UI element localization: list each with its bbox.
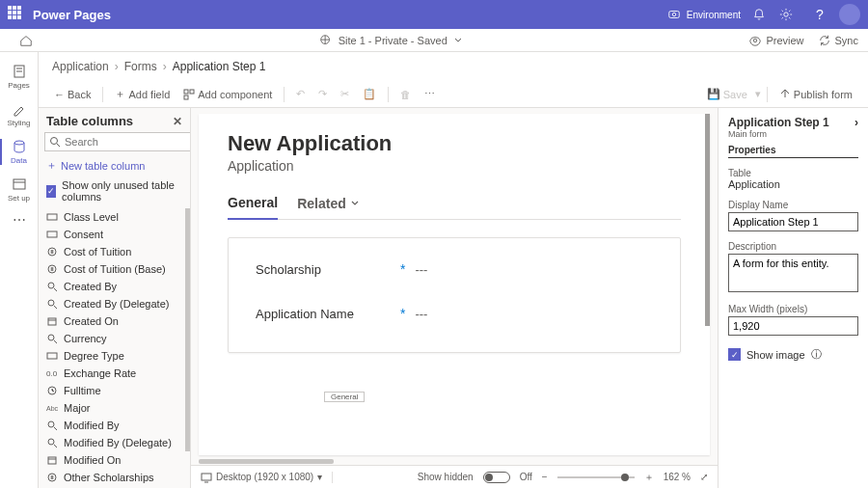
show-hidden-label: Show hidden (418, 472, 474, 482)
svg-rect-10 (47, 214, 57, 220)
svg-rect-6 (14, 179, 25, 189)
properties-panel: Application Step 1 › Main form Propertie… (718, 108, 868, 488)
add-field-button[interactable]: ＋ Add field (109, 85, 176, 103)
general-chip[interactable]: General (324, 392, 365, 402)
site-name[interactable]: Site 1 - Private - Saved (339, 35, 448, 46)
waffle-icon[interactable] (8, 6, 25, 23)
rail-more-icon[interactable]: ⋯ (13, 212, 26, 228)
panel-title: Table columns (46, 114, 133, 128)
column-item[interactable]: Modified On (39, 451, 190, 469)
column-item[interactable]: Created By (39, 278, 190, 295)
bell-icon[interactable] (752, 8, 779, 21)
svg-rect-7 (184, 90, 188, 94)
column-item[interactable]: Cost of Tuition (39, 243, 190, 260)
cut-button[interactable]: ✂ (335, 86, 355, 102)
props-title: Application Step 1 (728, 116, 829, 129)
site-icon (319, 34, 333, 47)
column-item[interactable]: Cost of Tuition (Base) (39, 260, 190, 278)
unused-checkbox[interactable]: ✓Show only unused table columns (39, 176, 190, 208)
chevron-down-icon[interactable] (453, 36, 463, 45)
rail-item-data[interactable]: Data (0, 133, 39, 171)
svg-rect-24 (48, 457, 56, 464)
form-canvas[interactable]: New Application Application General Rela… (199, 114, 710, 455)
toggle-state: Off (520, 472, 532, 482)
svg-rect-18 (47, 353, 57, 359)
zoom-out-button[interactable]: − (542, 472, 548, 482)
show-hidden-toggle[interactable] (483, 472, 510, 483)
save-button[interactable]: 💾 Save (701, 86, 753, 102)
back-button[interactable]: ← Back (48, 87, 96, 102)
rail-item-setup[interactable]: Set up (0, 171, 39, 208)
paste-button[interactable]: 📋 (357, 86, 382, 102)
column-item[interactable]: Modified By (Delegate) (39, 434, 190, 451)
zoom-slider[interactable] (557, 476, 635, 478)
preview-button[interactable]: Preview (748, 34, 803, 47)
column-item[interactable]: Degree Type (39, 347, 190, 365)
redo-button[interactable]: ↷ (312, 86, 333, 102)
svg-text:Abc: Abc (46, 405, 58, 412)
table-columns-panel: Table columns ✕ ▾ ＋ New table column ✓Sh… (39, 108, 191, 488)
undo-button[interactable]: ↶ (290, 86, 311, 102)
column-item[interactable]: Currency (39, 330, 190, 347)
description-input[interactable]: A form for this entity. (728, 254, 858, 292)
show-image-checkbox[interactable]: ✓Show image ⓘ (728, 347, 858, 362)
form-canvas-area: New Application Application General Rela… (191, 108, 718, 488)
device-selector[interactable]: Desktop (1920 x 1080) ▾ (201, 472, 333, 483)
delete-button[interactable]: 🗑 (394, 87, 417, 102)
table-value: Application (728, 178, 858, 190)
description-label: Description (728, 241, 858, 252)
column-item[interactable]: Modified By (39, 417, 190, 434)
left-rail: Pages Styling Data Set up ⋯ (0, 52, 39, 488)
breadcrumb-app[interactable]: Application (52, 60, 109, 73)
max-width-input[interactable] (728, 316, 858, 336)
close-icon[interactable]: ✕ (173, 115, 182, 128)
column-item[interactable]: Class Level (39, 208, 190, 226)
svg-rect-16 (48, 318, 56, 325)
tab-related[interactable]: Related (297, 195, 360, 219)
top-bar: Power Pages Environment ? (0, 0, 868, 29)
display-name-input[interactable] (728, 212, 858, 231)
sync-button[interactable]: Sync (818, 34, 858, 47)
environment-picker[interactable]: Environment (667, 8, 741, 21)
column-item[interactable]: Created By (Delegate) (39, 295, 190, 312)
new-column-button[interactable]: ＋ New table column (39, 155, 190, 176)
info-icon[interactable]: ⓘ (811, 347, 822, 362)
help-icon[interactable]: ? (806, 7, 833, 22)
svg-text:0.0: 0.0 (46, 369, 58, 378)
home-icon[interactable] (19, 34, 33, 47)
add-component-button[interactable]: Add component (177, 87, 278, 102)
form-field[interactable]: Scholarship*--- (256, 261, 653, 277)
tab-general[interactable]: General (228, 195, 278, 220)
table-label: Table (728, 168, 858, 178)
avatar[interactable] (839, 4, 860, 25)
column-item[interactable]: AbcMajor (39, 399, 190, 417)
breadcrumb: Application › Forms › Application Step 1 (39, 52, 868, 81)
column-item[interactable]: Fulltime (39, 382, 190, 399)
svg-rect-9 (184, 95, 188, 99)
form-field[interactable]: Application Name*--- (256, 306, 653, 321)
brand: Power Pages (33, 8, 111, 22)
gear-icon[interactable] (779, 8, 806, 21)
props-section: Properties (728, 145, 858, 158)
search-input[interactable] (44, 132, 191, 151)
chevron-right-icon[interactable]: › (854, 116, 858, 129)
rail-item-styling[interactable]: Styling (0, 95, 39, 133)
column-item[interactable]: 0.0Exchange Rate (39, 365, 190, 382)
more-button[interactable]: ⋯ (419, 86, 441, 102)
column-item[interactable]: Other Scholarships (39, 469, 190, 486)
column-item[interactable]: Consent (39, 226, 190, 243)
svg-point-5 (14, 141, 24, 145)
breadcrumb-forms[interactable]: Forms (124, 60, 157, 73)
publish-button[interactable]: Publish form (773, 87, 858, 102)
zoom-in-button[interactable]: ＋ (644, 471, 654, 484)
svg-point-23 (48, 439, 54, 445)
column-item[interactable]: Created On (39, 312, 190, 330)
svg-rect-8 (190, 90, 194, 94)
fit-button[interactable]: ⤢ (700, 472, 708, 482)
horizontal-scrollbar[interactable] (199, 457, 710, 465)
status-bar: Desktop (1920 x 1080) ▾ Show hidden Off … (191, 465, 718, 488)
props-subtitle: Main form (728, 129, 858, 139)
form-body[interactable]: Scholarship*---Application Name*--- (228, 237, 681, 353)
rail-item-pages[interactable]: Pages (0, 58, 39, 95)
chevron-down-icon[interactable]: ▾ (755, 88, 761, 100)
